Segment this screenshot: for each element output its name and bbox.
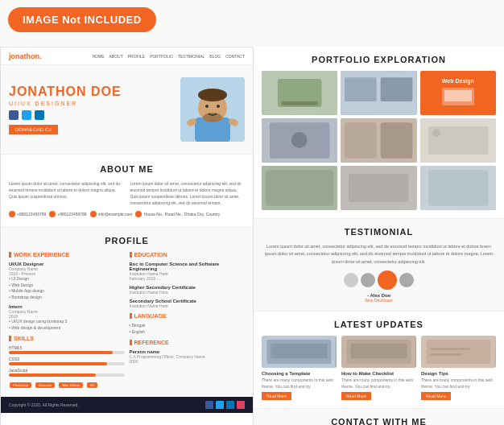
footer-linkedin-icon[interactable]: [226, 401, 234, 409]
portfolio-item-6[interactable]: [420, 118, 496, 163]
footer-twitter-icon[interactable]: [216, 401, 224, 409]
update-image-1: [262, 336, 337, 368]
portfolio-item-3[interactable]: Web Design: [420, 71, 496, 115]
portfolio-item-8[interactable]: [341, 166, 416, 210]
testimonial-role: Web Developer: [262, 298, 496, 303]
hero-social: [9, 110, 180, 120]
svg-rect-30: [349, 174, 408, 202]
hero-name: JONATHON DOE: [9, 85, 180, 99]
svg-rect-28: [266, 170, 333, 206]
contact-location: House No., Road No., Dhaka City, Country: [135, 211, 220, 217]
nav-blog[interactable]: BLOG: [209, 54, 221, 59]
edu-inst-2: Institution Name Here: [130, 290, 246, 295]
email-icon: [90, 211, 97, 217]
reference-item: Person name C.A Programming Officer, Com…: [130, 349, 246, 364]
svg-rect-15: [381, 77, 413, 101]
hero-image: [180, 77, 245, 142]
updates-section: LATEST UPDATES Choosing a Template There…: [254, 311, 504, 408]
edu-item-2: Higher Secondary Certificate Institution…: [130, 285, 246, 295]
footer-instagram-icon[interactable]: [237, 401, 245, 409]
updates-grid: Choosing a Template There are many compo…: [262, 336, 496, 400]
update-btn-1[interactable]: Read More: [262, 392, 291, 400]
left-panel: jonathon. HOME ABOUT PROFILE PORTFOLIO T…: [0, 47, 254, 425]
facebook-icon[interactable]: [9, 110, 19, 120]
work-skills-2: • UI/UX design using bootstrap 3• Web de…: [9, 319, 125, 331]
nav-profile[interactable]: PROFILE: [128, 54, 145, 59]
update-item-3: Design Tips There are many components in…: [421, 336, 496, 400]
nav-testimonial[interactable]: TESTIMONIAL: [178, 54, 204, 59]
edu-item-3: Secondary School Certificate Institution…: [130, 299, 246, 308]
download-cv-button[interactable]: DOWNLOAD CV: [9, 125, 58, 134]
nav-contact[interactable]: CONTACT: [225, 54, 245, 59]
about-content: Lorem ipsum dolor sit amet, consectetur …: [9, 180, 245, 206]
svg-rect-23: [381, 122, 413, 159]
svg-rect-42: [431, 353, 463, 356]
nav-portfolio[interactable]: PORTFOLIO: [150, 54, 173, 59]
about-section: ABOUT ME Lorem ipsum dolor sit amet, con…: [1, 154, 253, 227]
portfolio-item-7[interactable]: [262, 166, 337, 210]
contact-phone-2: +880123456789: [49, 211, 86, 217]
about-contact-row: +880123456789 +880123456789 info@example…: [9, 211, 245, 217]
about-text-left: Lorem ipsum dolor sit amet, consectetur …: [9, 180, 124, 206]
nav-about[interactable]: ABOUT: [109, 54, 123, 59]
education-heading: EDUCATION: [130, 252, 246, 258]
edu-item-1: Bsc in Computer Science and Software Eng…: [130, 262, 246, 281]
portfolio-item-4[interactable]: [262, 118, 337, 163]
svg-rect-41: [431, 348, 471, 350]
skill-css: CSS3: [9, 357, 125, 365]
svg-point-6: [205, 105, 209, 108]
profile-grid: WORK EXPERIENCE UI/UX Designer Company N…: [9, 252, 245, 389]
profile-title: PROFILE: [9, 236, 245, 246]
hero-section: JONATHON DOE UI/UX DESIGNER DOWNLOAD CV: [1, 65, 253, 154]
portfolio-item-3-label: Web Design: [442, 78, 474, 84]
portfolio-item-5[interactable]: [341, 118, 416, 163]
svg-rect-22: [345, 122, 377, 159]
svg-rect-32: [428, 170, 488, 206]
work-item-1: UI/UX Designer Company Name 2019 - Prese…: [9, 262, 125, 300]
avatar-main: [378, 270, 397, 290]
portfolio-section: PORTFOLIO EXPLORATION Web Design: [254, 47, 504, 218]
linkedin-icon[interactable]: [35, 110, 44, 120]
contact-section: CONTACT WITH ME SEND MESSAGE +8801234567…: [254, 408, 504, 425]
footer-left: Copyright © 2020. All Rights Reserved.: [1, 397, 253, 413]
twitter-icon[interactable]: [22, 110, 31, 120]
skill-tags: Photoshop Illustrator After Effects XD: [9, 379, 125, 389]
image-not-included-badge: IMAGE Not INCLUDED: [8, 7, 156, 32]
update-item-1: Choosing a Template There are many compo…: [262, 336, 337, 400]
testimonial-section: TESTIMONIAL Lorem ipsum dolor sit amet, …: [254, 218, 504, 311]
update-btn-3[interactable]: Read More: [421, 392, 451, 400]
phone-icon-1: [9, 211, 15, 217]
footer-facebook-icon[interactable]: [205, 401, 213, 409]
footer-copyright: Copyright © 2020. All Rights Reserved.: [9, 402, 79, 407]
hero-text: JONATHON DOE UI/UX DESIGNER DOWNLOAD CV: [9, 85, 180, 134]
portfolio-item-9[interactable]: [420, 166, 496, 210]
svg-rect-17: [444, 90, 472, 101]
portfolio-grid: Web Design: [262, 71, 496, 210]
top-banner: IMAGE Not INCLUDED: [0, 0, 504, 47]
update-title-2: How to Make Checklist: [341, 371, 416, 376]
portfolio-title: PORTFOLIO EXPLORATION: [262, 55, 496, 64]
nav-home[interactable]: HOME: [93, 54, 105, 59]
edu-date-1: February 2019 - ...: [130, 276, 246, 281]
education-col: EDUCATION Bsc in Computer Science and So…: [130, 252, 246, 389]
contact-title: CONTACT WITH ME: [262, 417, 496, 425]
reference-phone: 0000: [130, 359, 246, 364]
avatar-2: [361, 273, 375, 287]
svg-point-26: [432, 129, 440, 137]
location-icon: [135, 211, 142, 217]
work-item-2: Intern Company Name 2018 • UI/UX design …: [9, 304, 125, 331]
portfolio-item-2[interactable]: [341, 71, 416, 115]
update-text-3: There are many components in this web th…: [421, 378, 496, 390]
work-experience-col: WORK EXPERIENCE UI/UX Designer Company N…: [9, 252, 125, 389]
update-btn-2[interactable]: Read More: [341, 392, 371, 400]
nav-links: HOME ABOUT PROFILE PORTFOLIO TESTIMONIAL…: [93, 54, 246, 59]
language-heading: LANGUAGE: [130, 313, 246, 319]
svg-point-20: [291, 132, 308, 148]
updates-title: LATEST UPDATES: [262, 320, 496, 329]
about-text-right: Lorem ipsum dolor sit amet, consectetur …: [130, 180, 246, 206]
svg-rect-14: [345, 77, 377, 101]
portfolio-item-1[interactable]: [262, 71, 337, 115]
contact-phone-1: +880123456789: [9, 211, 46, 217]
nav-bar: jonathon. HOME ABOUT PROFILE PORTFOLIO T…: [1, 47, 253, 65]
reference-heading: REFERENCE: [130, 340, 246, 345]
